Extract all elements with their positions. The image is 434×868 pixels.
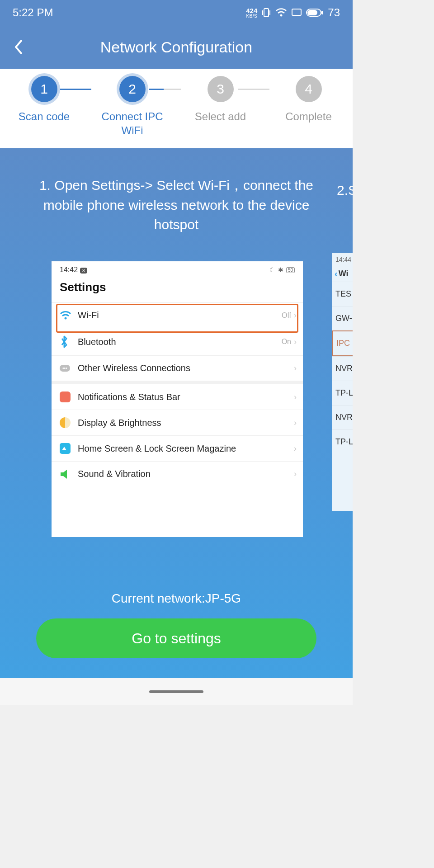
chevron-right-icon: ›	[294, 311, 297, 320]
chevron-right-icon: ›	[294, 444, 297, 453]
svg-point-3	[280, 14, 283, 17]
bluetooth-icon: ✱	[278, 266, 283, 274]
svg-rect-7	[321, 11, 323, 14]
vibrate-icon	[262, 7, 271, 18]
status-icons: 424 KB/S 73	[246, 6, 340, 19]
back-button[interactable]	[9, 38, 27, 56]
wifi-item: TP-L	[332, 381, 353, 405]
go-to-settings-button[interactable]: Go to settings	[36, 618, 316, 658]
battery-icon	[306, 8, 324, 17]
step-connector	[149, 89, 181, 90]
notification-icon	[60, 392, 78, 402]
step-label: Connect IPC WiFi	[88, 109, 176, 137]
picture-icon	[60, 443, 78, 454]
mock-row-notifications: Notifications & Status Bar ›	[52, 381, 303, 410]
chevron-right-icon: ›	[294, 363, 297, 373]
wifi-icon	[275, 8, 287, 17]
nav-header: Network Configuration	[0, 25, 353, 69]
wifi-item: NVR	[332, 356, 353, 381]
home-indicator[interactable]	[149, 690, 203, 693]
svg-marker-9	[61, 470, 67, 479]
bluetooth-icon	[60, 335, 78, 348]
wifi-item: TP-L	[332, 429, 353, 454]
more-icon: •••	[60, 365, 78, 372]
svg-point-8	[65, 317, 67, 319]
step-label: Complete	[283, 109, 334, 123]
moon-icon: ☾	[269, 266, 275, 274]
settings-illustration: 14:42 ✕ ☾ ✱ 50 Settings Wi-Fi Off › Blue…	[52, 261, 303, 537]
svg-rect-6	[307, 10, 317, 15]
step-number: 1	[31, 76, 57, 102]
chevron-right-icon: ›	[294, 337, 297, 347]
content-area: 1. Open Settings-> Select Wi-Fi，connect …	[0, 148, 353, 678]
signal-icon	[292, 9, 302, 17]
mock-settings-title: Settings	[52, 277, 303, 302]
mock-wifi-header: ‹Wi	[332, 266, 353, 282]
instruction-text: 1. Open Settings-> Select Wi-Fi，connect …	[0, 148, 353, 248]
mock-row-bluetooth: Bluetooth On ›	[52, 328, 303, 355]
wifi-item: TES	[332, 282, 353, 306]
chevron-right-icon: ›	[294, 392, 297, 402]
battery-percent: 73	[328, 6, 340, 19]
step-complete: 4 Complete	[264, 76, 353, 123]
status-time: 5:22 PM	[13, 6, 53, 19]
wifi-item: GW-	[332, 306, 353, 330]
chevron-right-icon: ›	[294, 418, 297, 428]
step-number: 2	[119, 76, 146, 102]
status-bar: 5:22 PM 424 KB/S 73	[0, 0, 353, 25]
network-speed: 424 KB/S	[246, 7, 257, 19]
home-indicator-area	[0, 678, 353, 705]
step-connect-ipc-wifi: 2 Connect IPC WiFi	[88, 76, 176, 137]
battery-icon: 50	[286, 267, 295, 273]
current-network-value: JP-5G	[205, 591, 241, 605]
page-title: Network Configuration	[0, 38, 353, 56]
wifi-item-highlighted: IPC	[332, 330, 353, 356]
chevron-left-icon: ‹	[335, 269, 338, 279]
mock-row-sound: Sound & Vibration ›	[52, 461, 303, 486]
wifi-list-illustration-peek: 14:44 ‹Wi TES GW- IPC NVR TP-L NVR TP-L	[332, 253, 353, 511]
step-label: Scan code	[17, 109, 71, 123]
mock-row-other-wireless: ••• Other Wireless Connections ›	[52, 355, 303, 381]
svg-rect-4	[292, 9, 301, 15]
mock-status-bar: 14:42 ✕ ☾ ✱ 50	[52, 261, 303, 277]
chevron-right-icon: ›	[294, 469, 297, 479]
step-select-add: 3 Select add	[176, 76, 264, 123]
step-scan-code: 1 Scan code	[0, 76, 88, 123]
mock-time: 14:44	[332, 253, 353, 266]
svg-rect-0	[264, 9, 269, 17]
step-connector	[238, 89, 269, 90]
brightness-icon	[60, 417, 78, 428]
step-number: 4	[296, 76, 322, 102]
wifi-icon	[60, 311, 78, 320]
step-connector	[60, 89, 91, 90]
step-label: Select add	[193, 109, 248, 123]
wifi-item: NVR	[332, 405, 353, 429]
steps-bar: 1 Scan code 2 Connect IPC WiFi 3 Select …	[0, 69, 353, 148]
instruction-text-next: 2.S	[337, 183, 353, 198]
sound-icon	[60, 469, 78, 479]
current-network-label: Current network:JP-5G	[0, 591, 353, 606]
mock-row-wifi: Wi-Fi Off ›	[52, 302, 303, 328]
step-number: 3	[208, 76, 234, 102]
mock-row-home-screen: Home Screen & Lock Screen Magazine ›	[52, 435, 303, 461]
x-badge-icon: ✕	[80, 268, 87, 274]
mock-row-display: Display & Brightness ›	[52, 410, 303, 435]
